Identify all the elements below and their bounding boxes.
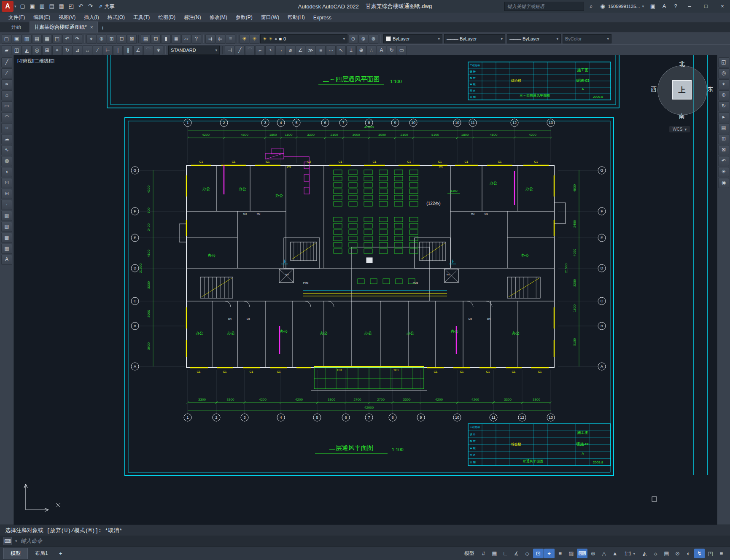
- new-file-icon[interactable]: ▢: [18, 2, 27, 11]
- sun-properties-icon[interactable]: ☀: [718, 167, 729, 177]
- layer-freeze-icon[interactable]: ☀: [250, 34, 259, 44]
- grid-icon[interactable]: #: [478, 549, 489, 558]
- chevron-down-icon[interactable]: ▾: [215, 48, 217, 52]
- polar-tracking-icon[interactable]: ∡: [511, 549, 522, 558]
- layer-lock-icon[interactable]: ●: [275, 35, 277, 43]
- otrack-icon[interactable]: ⌖: [544, 549, 555, 558]
- new-layout-button[interactable]: +: [56, 550, 65, 557]
- arc-tool-icon[interactable]: ◠: [1, 112, 12, 122]
- jogged-dim-icon[interactable]: ¬: [275, 46, 285, 55]
- layer-combo[interactable]: ☀ ☀ ● ■ 0 ▾: [260, 34, 347, 43]
- pan-icon[interactable]: ⌖: [86, 34, 96, 44]
- layer-color-swatch[interactable]: ■: [279, 35, 282, 43]
- compass-east-label[interactable]: 东: [707, 86, 713, 93]
- fullscreen-icon[interactable]: ◱: [718, 57, 729, 67]
- mirror-icon[interactable]: ◭: [22, 46, 32, 55]
- make-block-icon[interactable]: ⊞: [1, 189, 12, 199]
- chamfer-icon[interactable]: ∠: [133, 46, 143, 55]
- new-drawing-tab-button[interactable]: +: [98, 24, 108, 32]
- zoom-extents-icon[interactable]: ⊠: [127, 34, 137, 44]
- menu-item-2[interactable]: 视图(V): [54, 13, 80, 22]
- sheet-set-manager-icon[interactable]: ≣: [171, 34, 181, 44]
- chevron-down-icon[interactable]: ▾: [501, 37, 503, 41]
- zoom-extents-tool-icon[interactable]: ⊠: [718, 145, 729, 155]
- center-mark-icon[interactable]: ⊕: [356, 46, 366, 55]
- command-input-line[interactable]: ⌨ ▾ 键入命令: [0, 536, 730, 547]
- explode-icon[interactable]: ∗: [154, 46, 163, 55]
- viewport-controls[interactable]: [-][俯视][二维线框]: [17, 58, 54, 64]
- diameter-dim-icon[interactable]: ⌀: [286, 46, 295, 55]
- isodraft-icon[interactable]: ◇: [522, 549, 533, 558]
- plot-icon[interactable]: ▦: [42, 34, 52, 44]
- search-input[interactable]: 键入关键字或短语: [504, 2, 584, 11]
- save-icon[interactable]: ▥: [38, 2, 47, 11]
- linetype-combo[interactable]: ——— ByLayer ▾: [444, 34, 505, 43]
- continue-dim-icon[interactable]: ⋯: [326, 46, 336, 55]
- markup-import-icon[interactable]: ▱: [181, 34, 191, 44]
- redo-icon[interactable]: ↷: [73, 34, 82, 44]
- construction-line-tool-icon[interactable]: ∕: [1, 68, 12, 78]
- navigation-wheel-icon[interactable]: ◎: [718, 68, 729, 78]
- chevron-down-icon[interactable]: ▾: [556, 37, 558, 41]
- command-line-icon[interactable]: ⌨: [3, 537, 12, 545]
- baseline-dim-icon[interactable]: ≡: [316, 46, 326, 55]
- clean-screen-icon[interactable]: ◳: [705, 549, 716, 558]
- trim-icon[interactable]: ∕: [93, 46, 102, 55]
- orbit-tool-icon[interactable]: ↻: [718, 101, 729, 111]
- zoom-window-icon[interactable]: ⊞: [107, 34, 116, 44]
- ellipse-arc-tool-icon[interactable]: ◖: [1, 167, 12, 177]
- chevron-down-icon[interactable]: ▾: [343, 37, 345, 41]
- lineweight-combo[interactable]: ——— ByLayer ▾: [507, 34, 561, 43]
- text-style-combo[interactable]: STANDARD ▾: [168, 46, 220, 55]
- erase-icon[interactable]: ▰: [2, 46, 11, 55]
- annotation-visibility-icon[interactable]: △: [599, 549, 609, 558]
- account-menu[interactable]: ◉ 15059991135... ▾: [598, 2, 646, 11]
- share-button[interactable]: ⇗ 共享: [99, 3, 115, 10]
- menu-item-7[interactable]: 标注(N): [180, 13, 205, 22]
- render-icon[interactable]: ◉: [718, 178, 729, 188]
- floorplan-drawing[interactable]: 三～四层通风平面图1:100工程名称设 计校 对审 核图 名日 期施工图暖施-0…: [14, 55, 717, 525]
- undo-icon[interactable]: ↶: [76, 2, 86, 11]
- show-motion-icon[interactable]: ▸: [718, 112, 729, 122]
- new-file-icon[interactable]: ▢: [2, 34, 11, 44]
- undo-icon[interactable]: ↶: [62, 34, 72, 44]
- layer-isolate-icon[interactable]: ⊛: [369, 34, 378, 44]
- point-tool-icon[interactable]: ∙: [1, 200, 12, 210]
- menu-item-6[interactable]: 绘图(D): [154, 13, 180, 22]
- circle-tool-icon[interactable]: ○: [1, 123, 12, 133]
- previous-view-icon[interactable]: ↶: [718, 156, 729, 166]
- drawing-tab[interactable]: 模型: [3, 548, 28, 559]
- layer-previous-icon[interactable]: ⇇: [215, 34, 225, 44]
- zoom-tool-icon[interactable]: ⊕: [718, 90, 729, 100]
- menu-item-4[interactable]: 格式(O): [103, 13, 129, 22]
- tool-palettes-icon[interactable]: ▮: [161, 34, 171, 44]
- chevron-down-icon[interactable]: ▾: [438, 37, 440, 41]
- annotation-monitor-icon[interactable]: ◭: [639, 549, 650, 558]
- zoom-previous-icon[interactable]: ⊟: [117, 34, 127, 44]
- save-as-icon[interactable]: ▤: [32, 34, 42, 44]
- compass-west-label[interactable]: 西: [651, 86, 657, 93]
- menu-item-11[interactable]: 帮助(H): [283, 13, 309, 22]
- mtext-tool-icon[interactable]: A: [1, 255, 12, 265]
- dim-style-icon[interactable]: ▭: [397, 46, 407, 55]
- open-file-icon[interactable]: ▣: [28, 2, 37, 11]
- minimize-button[interactable]: –: [683, 0, 696, 13]
- chevron-down-icon[interactable]: ▾: [15, 539, 17, 543]
- plot-style-combo[interactable]: ByColor ▾: [563, 34, 611, 43]
- autocad-logo[interactable]: A: [2, 1, 13, 12]
- redo-icon[interactable]: ↷: [86, 2, 95, 11]
- rectangle-tool-icon[interactable]: ▭: [1, 101, 12, 111]
- stretch-icon[interactable]: ↔: [83, 46, 92, 55]
- linear-dim-icon[interactable]: ⊣: [225, 46, 234, 55]
- arc-length-dim-icon[interactable]: ⌒: [245, 46, 255, 55]
- aligned-dim-icon[interactable]: ╱: [235, 46, 245, 55]
- workspace-switching-icon[interactable]: ☼: [650, 549, 661, 558]
- maximize-button[interactable]: □: [699, 0, 713, 13]
- menu-item-5[interactable]: 工具(T): [129, 13, 154, 22]
- menu-item-0[interactable]: 文件(F): [4, 13, 29, 22]
- fillet-icon[interactable]: ⌒: [143, 46, 153, 55]
- pan-tool-icon[interactable]: ⌖: [718, 79, 729, 89]
- compass-up-button[interactable]: 上: [672, 80, 692, 100]
- object-color-combo[interactable]: ByLayer ▾: [383, 34, 442, 43]
- lock-ui-icon[interactable]: ⊘: [672, 549, 683, 558]
